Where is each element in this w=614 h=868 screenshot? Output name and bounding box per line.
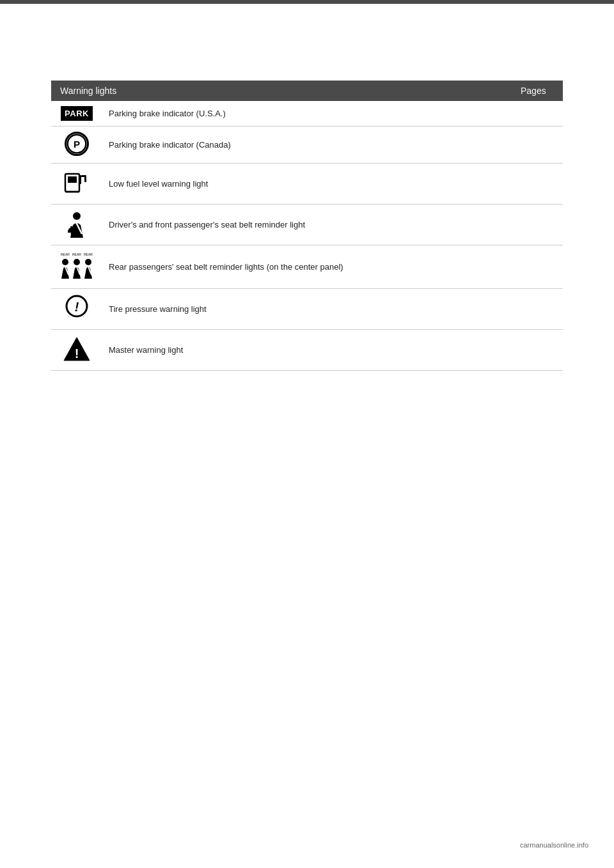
content-area: Warning lights Pages PARK Parking brake …: [0, 4, 614, 422]
svg-text:REAR: REAR: [84, 252, 93, 256]
table-row: ! Master warning light: [51, 330, 563, 371]
seatbelt-rear-text: Rear passengers' seat belt reminder ligh…: [109, 262, 343, 272]
site-label: carmanualsonline.info: [520, 841, 588, 849]
icon-cell-fuel: [51, 164, 102, 205]
icon-cell-master-warning: !: [51, 330, 102, 371]
fuel-icon: [63, 169, 91, 199]
park-canada-icon: P: [65, 132, 89, 156]
fuel-svg: [63, 169, 91, 197]
pages-seatbelt-front: [512, 205, 563, 245]
bottom-logo: carmanualsonline.info: [520, 841, 588, 849]
svg-point-19: [85, 259, 91, 265]
master-warning-icon: !: [63, 335, 91, 365]
svg-text:REAR: REAR: [72, 252, 81, 256]
svg-text:P: P: [74, 139, 80, 150]
seatbelt-rear-icon: REAR REAR REAR: [58, 251, 96, 283]
master-warning-svg: !: [63, 335, 91, 363]
svg-point-10: [71, 233, 73, 235]
icon-cell-tire: ! · · · ·: [51, 289, 102, 330]
seatbelt-rear-svg: REAR REAR REAR: [58, 251, 96, 281]
description-parking-usa: Parking brake indicator (U.S.A.): [102, 101, 512, 127]
pages-seatbelt-rear: [512, 245, 563, 289]
master-warning-text: Master warning light: [109, 345, 183, 355]
table-row: PARK Parking brake indicator (U.S.A.): [51, 101, 563, 127]
seatbelt-front-icon: [63, 210, 91, 240]
pages-parking-canada: [512, 127, 563, 164]
svg-text:!: !: [75, 346, 79, 360]
page-container: Warning lights Pages PARK Parking brake …: [0, 0, 614, 868]
pages-parking-usa: [512, 101, 563, 127]
seatbelt-front-svg: [63, 210, 91, 238]
parking-canada-text: Parking brake indicator (Canada): [109, 140, 231, 150]
table-row: ! · · · · Tire pressure warning light: [51, 289, 563, 330]
svg-point-8: [73, 212, 81, 220]
description-fuel: Low fuel level warning light: [102, 164, 512, 205]
description-tire: Tire pressure warning light: [102, 289, 512, 330]
icon-cell-seatbelt-rear: REAR REAR REAR: [51, 245, 102, 289]
park-canada-svg: P: [67, 132, 87, 156]
tire-pressure-icon: ! · · · ·: [63, 294, 91, 324]
table-row: P Parking brake indicator (Canada): [51, 127, 563, 164]
table-header-row: Warning lights Pages: [51, 81, 563, 101]
pages-master-warning: [512, 330, 563, 371]
tire-pressure-svg: ! · · · ·: [63, 294, 91, 322]
table-row: REAR REAR REAR: [51, 245, 563, 289]
park-usa-icon: PARK: [61, 106, 93, 121]
pages-tire: [512, 289, 563, 330]
svg-point-17: [74, 259, 80, 265]
fuel-text: Low fuel level warning light: [109, 179, 208, 189]
pages-header: Pages: [512, 81, 563, 101]
svg-text:· · · ·: · · · ·: [68, 314, 86, 319]
svg-text:REAR: REAR: [61, 252, 70, 256]
description-seatbelt-front: Driver's and front passenger's seat belt…: [102, 205, 512, 245]
table-row: Low fuel level warning light: [51, 164, 563, 205]
icon-cell-parking-canada: P: [51, 127, 102, 164]
description-master-warning: Master warning light: [102, 330, 512, 371]
seatbelt-front-text: Driver's and front passenger's seat belt…: [109, 220, 305, 229]
svg-rect-5: [81, 175, 86, 177]
tire-text: Tire pressure warning light: [109, 304, 207, 314]
svg-rect-4: [79, 175, 81, 184]
description-seatbelt-rear: Rear passengers' seat belt reminder ligh…: [102, 245, 512, 289]
warning-table: Warning lights Pages PARK Parking brake …: [51, 81, 563, 371]
icon-cell-seatbelt-front: [51, 205, 102, 245]
table-row: Driver's and front passenger's seat belt…: [51, 205, 563, 245]
description-parking-canada: Parking brake indicator (Canada): [102, 127, 512, 164]
svg-rect-11: [70, 226, 73, 228]
svg-point-15: [62, 259, 68, 265]
parking-usa-text: Parking brake indicator (U.S.A.): [109, 109, 226, 118]
warning-lights-header: Warning lights: [51, 81, 512, 101]
svg-text:!: !: [75, 300, 79, 314]
svg-rect-6: [84, 177, 86, 182]
pages-fuel: [512, 164, 563, 205]
icon-cell-parking-usa: PARK: [51, 101, 102, 127]
svg-rect-3: [68, 176, 77, 183]
